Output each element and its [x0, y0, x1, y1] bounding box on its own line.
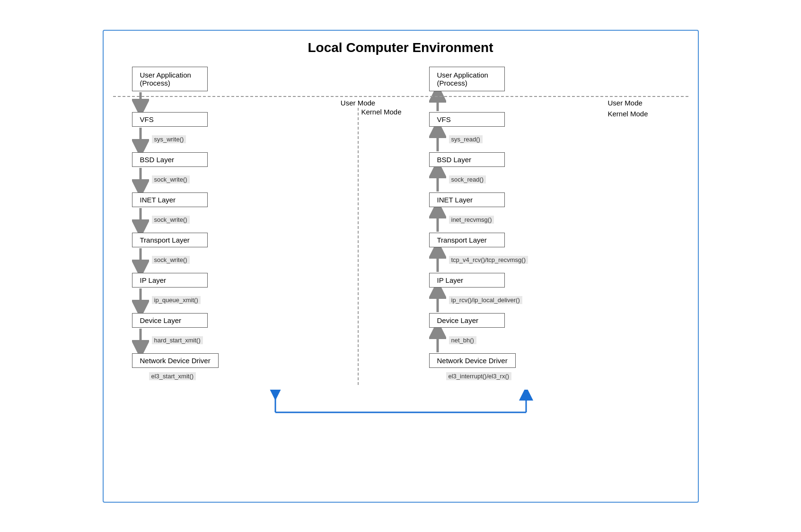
left-netdev: Network Device Driver	[132, 353, 219, 368]
fn-hard-start-xmit: hard_start_xmit()	[152, 336, 203, 344]
right-mode-labels: User Mode Kernel Mode	[608, 67, 684, 385]
left-transport: Transport Layer	[132, 233, 208, 247]
center-area: User Mode Kernel Mode	[311, 67, 405, 385]
arrow-up-netdev	[429, 328, 446, 353]
left-stack: User Application(Process) VFS	[118, 67, 311, 385]
bottom-blue-connection	[188, 390, 614, 413]
arrow-up-inet	[429, 167, 446, 192]
fn-sock-write-inet: sock_write()	[152, 216, 190, 224]
right-bsd: BSD Layer	[429, 152, 505, 167]
fn-el3-interrupt: el3_interrupt()/el3_rx()	[446, 372, 512, 380]
bottom-network-arrow	[118, 390, 684, 413]
left-device: Device Layer	[132, 313, 208, 328]
right-stack: User Application(Process) VFS	[405, 67, 608, 385]
arrow-up-device	[429, 288, 446, 313]
arrow-down-vfs	[132, 91, 149, 112]
right-user-app: User Application(Process)	[429, 67, 505, 91]
arrow-down-device	[132, 288, 149, 313]
right-vfs: VFS	[429, 112, 505, 127]
fn-ip-queue-xmit: ip_queue_xmit()	[152, 296, 201, 304]
right-inet: INET Layer	[429, 192, 505, 207]
right-device: Device Layer	[429, 313, 505, 328]
fn-inet-recvmsg: inet_recvmsg()	[449, 216, 494, 224]
diagram-title: Local Computer Environment	[118, 40, 684, 55]
arrow-up-vfs	[429, 91, 446, 112]
fn-tcp-v4-rcv: tcp_v4_rcv()/tcp_recvmsg()	[449, 256, 528, 264]
center-kernel-mode: Kernel Mode	[361, 108, 402, 116]
left-ip: IP Layer	[132, 273, 208, 288]
diagram-container: Local Computer Environment User Applicat…	[103, 30, 699, 503]
right-netdev: Network Device Driver	[429, 353, 516, 368]
right-user-mode: User Mode	[608, 99, 643, 108]
arrow-down-netdev	[132, 328, 149, 353]
left-bsd: BSD Layer	[132, 152, 208, 167]
right-kernel-mode: Kernel Mode	[608, 108, 648, 118]
fn-ip-rcv: ip_rcv()/ip_local_deliver()	[449, 296, 522, 304]
fn-sock-write-transport: sock_write()	[152, 256, 190, 264]
fn-sock-write-bsd: sock_write()	[152, 175, 190, 183]
fn-el3-start-xmit: el3_start_xmit()	[149, 372, 196, 380]
arrow-down-inet	[132, 167, 149, 192]
arrow-down-ip	[132, 247, 149, 273]
arrow-down-transport	[132, 207, 149, 233]
left-vfs: VFS	[132, 112, 208, 127]
fn-sys-write: sys_write()	[152, 135, 186, 143]
left-inet: INET Layer	[132, 192, 208, 207]
center-user-mode: User Mode	[341, 99, 375, 108]
right-transport: Transport Layer	[429, 233, 505, 247]
left-user-app: User Application(Process)	[132, 67, 208, 91]
arrow-up-bsd	[429, 127, 446, 152]
arrow-down-bsd	[132, 127, 149, 152]
fn-sock-read: sock_read()	[449, 175, 486, 183]
fn-net-bh: net_bh()	[449, 336, 476, 344]
arrow-up-ip	[429, 247, 446, 273]
fn-sys-read: sys_read()	[449, 135, 483, 143]
arrow-up-transport	[429, 207, 446, 233]
right-ip: IP Layer	[429, 273, 505, 288]
